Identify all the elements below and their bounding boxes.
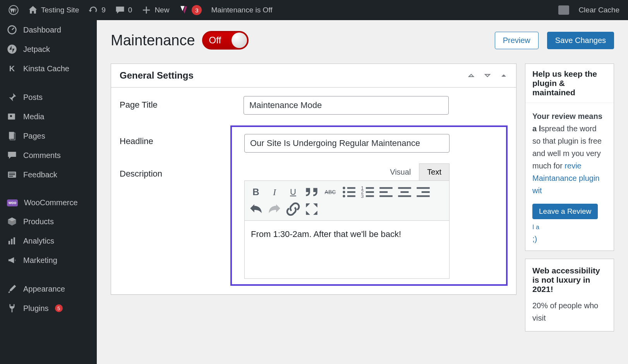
svg-rect-8 [9,241,10,244]
toggle-label: Off [209,35,221,46]
updates-count: 9 [101,6,106,14]
notice-icon-link[interactable] [554,0,574,20]
collapse-down-icon[interactable] [484,71,491,80]
description-editor[interactable]: From 1:30-2am. After that we'll be back! [244,221,450,279]
wp-logo[interactable] [4,0,23,20]
already-reviewed-link[interactable]: I a [532,224,539,231]
sidebar-item-posts[interactable]: Posts [0,88,97,107]
sidebar-item-label: Products [23,217,54,226]
woo-icon: woo [7,199,18,206]
sidebar-item-feedback[interactable]: Feedback [0,165,97,184]
strikethrough-button[interactable]: ABC [321,184,339,200]
editor-toolbar: B I U ABC 123 [244,180,450,221]
yoast-icon [178,5,189,15]
svg-rect-25 [379,195,393,197]
svg-rect-27 [401,191,409,193]
new-link[interactable]: New [137,0,174,20]
sidebar-item-appearance[interactable]: Appearance [0,279,97,299]
svg-rect-30 [422,191,430,193]
sidebar-item-kinsta[interactable]: K Kinsta Cache [0,59,97,78]
sidebar-item-analytics[interactable]: Analytics [0,231,97,251]
accessibility-title: Web accessibility is not luxury in 2021! [532,266,607,294]
bullet-list-button[interactable] [340,184,358,200]
media-icon [7,112,17,122]
clear-cache-label: Clear Cache [578,6,619,14]
page-title-label: Page Title [120,96,244,110]
pin-icon [7,92,17,102]
wink-text: ;) [532,235,607,244]
collapse-toggle-icon[interactable] [500,71,508,80]
fullscreen-button[interactable] [303,201,321,217]
panel-head: General Settings [111,64,516,88]
updates-link[interactable]: 9 [84,0,110,20]
svg-rect-12 [347,187,355,189]
underline-button[interactable]: U [284,184,302,200]
sidebar-item-label: Jetpack [23,45,50,54]
plus-icon [141,5,151,15]
svg-rect-14 [347,191,355,193]
sidebar-item-label: Analytics [23,237,54,246]
sidebar-item-products[interactable]: Products [0,212,97,231]
new-label: New [154,6,169,14]
maintenance-status[interactable]: Maintenance is Off [206,0,277,20]
yoast-link[interactable]: 3 [174,0,206,20]
maintenance-toggle[interactable]: Off [202,31,249,50]
site-name-link[interactable]: Testing Site [23,0,84,20]
comments-link[interactable]: 0 [110,0,137,20]
svg-rect-24 [379,191,388,193]
review-link-2[interactable]: Maintanance plugin wit [532,174,599,195]
analytics-icon [7,236,17,246]
accessibility-box: Web accessibility is not luxury in 2021!… [525,259,614,331]
megaphone-icon [7,255,17,265]
sidebar-item-dashboard[interactable]: Dashboard [0,20,97,39]
feedback-icon [7,170,17,180]
clear-cache-link[interactable]: Clear Cache [574,0,624,20]
bold-button[interactable]: B [247,184,265,200]
link-button[interactable] [284,201,302,217]
svg-rect-26 [398,187,411,189]
save-changes-button[interactable]: Save Changes [547,32,614,49]
tab-text[interactable]: Text [419,163,450,180]
numbered-list-button[interactable]: 123 [359,184,376,200]
quote-button[interactable] [303,184,321,200]
sidebar-item-label: Posts [23,93,43,102]
tab-visual[interactable]: Visual [382,163,419,180]
align-right-button[interactable] [414,184,432,200]
svg-point-13 [343,191,345,193]
sidebar-item-comments[interactable]: Comments [0,146,97,165]
svg-point-2 [7,45,16,53]
review-link-1[interactable]: revie [565,161,581,170]
sidebar-item-label: Marketing [23,256,57,265]
headline-input[interactable] [244,134,450,153]
page-title-input[interactable] [244,96,449,115]
svg-text:3: 3 [361,194,364,199]
sidebar-item-media[interactable]: Media [0,107,97,126]
page-title: Maintenance [111,32,195,49]
svg-rect-23 [379,187,393,189]
preview-button[interactable]: Preview [495,32,539,49]
sidebar-item-jetpack[interactable]: Jetpack [0,39,97,59]
sidebar-item-label: Media [23,112,44,121]
redo-button[interactable] [266,201,283,217]
sidebar-item-woocommerce[interactable]: woo WooCommerce [0,194,97,212]
update-icon [88,5,98,15]
yoast-badge: 3 [192,5,202,15]
align-left-button[interactable] [377,184,395,200]
sidebar-item-pages[interactable]: Pages [0,126,97,146]
admin-sidebar: Dashboard Jetpack K Kinsta Cache Posts M… [0,20,97,364]
general-settings-panel: General Settings Page Title [111,64,516,295]
jetpack-icon [7,44,17,54]
leave-review-button[interactable]: Leave a Review [532,204,598,219]
italic-button[interactable]: I [266,184,283,200]
align-center-button[interactable] [396,184,414,200]
undo-button[interactable] [247,201,265,217]
page-header: Maintenance Off Preview Save Changes [111,31,614,50]
accessibility-text: 20% of people who visit [532,299,607,324]
sidebar-item-label: WooCommerce [24,198,78,207]
sidebar-item-label: Dashboard [23,26,61,34]
collapse-up-icon[interactable] [467,71,475,80]
sidebar-item-marketing[interactable]: Marketing [0,251,97,270]
admin-bar: Testing Site 9 0 New 3 Maintenance is Of… [0,0,628,20]
sidebar-item-plugins[interactable]: Plugins 5 [0,299,97,318]
svg-rect-29 [417,187,430,189]
